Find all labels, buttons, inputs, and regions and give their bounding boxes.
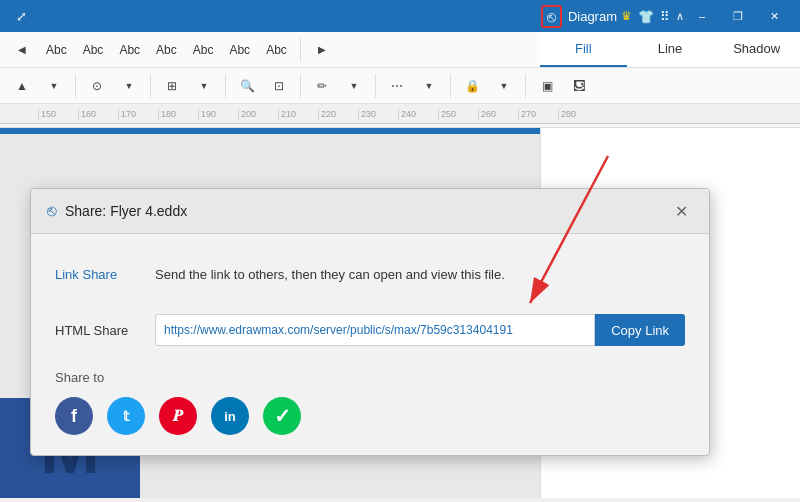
sep6 [375, 74, 376, 98]
abc-button-2[interactable]: Abc [77, 41, 110, 59]
link-share-label[interactable]: Link Share [55, 267, 155, 282]
chevron-up-icon[interactable]: ∧ [676, 10, 684, 23]
toolbar-row-tools: ▲ ▼ ⊙ ▼ ⊞ ▼ 🔍 ⊡ ✏ ▼ ⋯ ▼ 🔒 ▼ ▣ ⛾ [0, 68, 800, 104]
ruler-mark: 170 [118, 109, 158, 119]
abc-button-5[interactable]: Abc [187, 41, 220, 59]
sep7 [450, 74, 451, 98]
expand-icon[interactable]: ⊡ [265, 72, 293, 100]
modal-close-button[interactable]: ✕ [669, 199, 693, 223]
social-icons: f 𝕥 𝑷 in ✓ [55, 397, 685, 435]
abc-button-7[interactable]: Abc [260, 41, 293, 59]
scroll-left-icon[interactable]: ◀ [8, 36, 36, 64]
share-dialog-icon: ⎋ [47, 202, 57, 220]
pinterest-icon[interactable]: 𝑷 [159, 397, 197, 435]
canvas-top-bar [0, 128, 540, 134]
grid-icon: ⠿ [660, 9, 670, 24]
ruler-mark: 150 [38, 109, 78, 119]
title-share-icon: ⤢ [16, 9, 27, 24]
ruler-mark: 200 [238, 109, 278, 119]
line-icon[interactable]: ✓ [263, 397, 301, 435]
ruler-mark: 160 [78, 109, 118, 119]
url-input[interactable] [155, 314, 595, 346]
close-button[interactable]: ✕ [756, 0, 792, 32]
link-share-row: Link Share Send the link to others, then… [55, 254, 685, 294]
abc-button-3[interactable]: Abc [113, 41, 146, 59]
drop-down-2[interactable]: ▼ [115, 72, 143, 100]
share-button-highlight[interactable]: ⎋ [541, 5, 562, 28]
drop-down-4[interactable]: ▼ [340, 72, 368, 100]
linkedin-icon[interactable]: in [211, 397, 249, 435]
facebook-icon[interactable]: f [55, 397, 93, 435]
ruler-mark: 230 [358, 109, 398, 119]
tab-shadow[interactable]: Shadow [713, 32, 800, 67]
html-share-label: HTML Share [55, 323, 155, 338]
toolbar-row-abc: ◀ Abc Abc Abc Abc Abc Abc Abc ▶ Fill Lin… [0, 32, 800, 68]
html-share-row: HTML Share Copy Link [55, 314, 685, 346]
drop-down-5[interactable]: ▼ [415, 72, 443, 100]
copy-link-button[interactable]: Copy Link [595, 314, 685, 346]
twitter-icon[interactable]: 𝕥 [107, 397, 145, 435]
ruler-mark: 240 [398, 109, 438, 119]
diagram-section: Diagram ♛ [568, 9, 632, 24]
titlebar: ⤢ ⎋ Diagram ♛ 👕 ⠿ ∧ – ❐ ✕ [0, 0, 800, 32]
lock-icon[interactable]: 🔒 [458, 72, 486, 100]
sep4 [225, 74, 226, 98]
crown-icon: ♛ [621, 9, 632, 23]
sep3 [150, 74, 151, 98]
sep8 [525, 74, 526, 98]
modal-title: ⎋ Share: Flyer 4.eddx [47, 202, 187, 220]
pencil-icon[interactable]: ✏ [308, 72, 336, 100]
share-to-label: Share to [55, 370, 685, 385]
frame-icon[interactable]: ▣ [533, 72, 561, 100]
ruler-mark: 260 [478, 109, 518, 119]
dash-icon[interactable]: ⋯ [383, 72, 411, 100]
modal-body: Link Share Send the link to others, then… [31, 234, 709, 455]
connect-icon[interactable]: ⛾ [565, 72, 593, 100]
ruler-mark: 180 [158, 109, 198, 119]
crop-icon[interactable]: ⊞ [158, 72, 186, 100]
abc-button-6[interactable]: Abc [223, 41, 256, 59]
ruler-mark: 270 [518, 109, 558, 119]
drop-down-3[interactable]: ▼ [190, 72, 218, 100]
share-icon[interactable]: ⎋ [547, 8, 556, 25]
sep5 [300, 74, 301, 98]
toolbar-area: ◀ Abc Abc Abc Abc Abc Abc Abc ▶ Fill Lin… [0, 32, 800, 128]
tab-line[interactable]: Line [627, 32, 714, 67]
search-icon[interactable]: 🔍 [233, 72, 261, 100]
ruler-mark: 220 [318, 109, 358, 119]
fill-icon[interactable]: ▲ [8, 72, 36, 100]
circle-icon[interactable]: ⊙ [83, 72, 111, 100]
abc-button-1[interactable]: Abc [40, 41, 73, 59]
ruler-mark: 250 [438, 109, 478, 119]
modal-header: ⎋ Share: Flyer 4.eddx ✕ [31, 189, 709, 234]
drop-down-6[interactable]: ▼ [490, 72, 518, 100]
diagram-label: Diagram [568, 9, 617, 24]
tab-fill[interactable]: Fill [540, 32, 627, 67]
main-area: M ⎋ Share: Flyer 4.eddx ✕ Link Share Sen… [0, 128, 800, 498]
ruler-mark: 280 [558, 109, 598, 119]
share-to-section: Share to f 𝕥 𝑷 in ✓ [55, 370, 685, 435]
shirt-icon: 👕 [638, 9, 654, 24]
abc-button-4[interactable]: Abc [150, 41, 183, 59]
maximize-button[interactable]: ❐ [720, 0, 756, 32]
share-dialog[interactable]: ⎋ Share: Flyer 4.eddx ✕ Link Share Send … [30, 188, 710, 456]
scroll-right-icon[interactable]: ▶ [308, 36, 336, 64]
ruler-mark: 190 [198, 109, 238, 119]
ruler-marks: 150 160 170 180 190 200 210 220 230 240 … [38, 109, 598, 119]
drop-down-1[interactable]: ▼ [40, 72, 68, 100]
minimize-button[interactable]: – [684, 0, 720, 32]
sep2 [75, 74, 76, 98]
right-panel-tabs: Fill Line Shadow [540, 32, 800, 68]
modal-title-text: Share: Flyer 4.eddx [65, 203, 187, 219]
ruler: 150 160 170 180 190 200 210 220 230 240 … [0, 104, 800, 124]
ruler-mark: 210 [278, 109, 318, 119]
separator-1 [300, 38, 301, 62]
link-share-desc: Send the link to others, then they can o… [155, 267, 505, 282]
